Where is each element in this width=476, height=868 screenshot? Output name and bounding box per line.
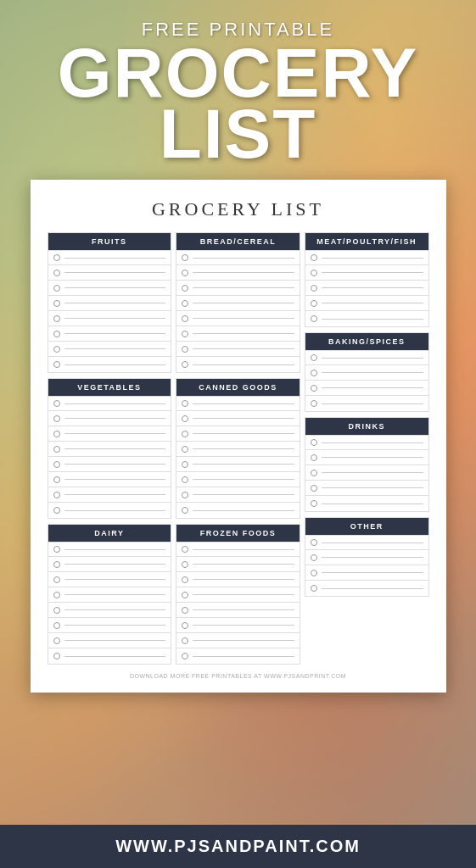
checkbox-icon xyxy=(311,485,317,492)
checkbox-icon xyxy=(53,476,60,483)
line xyxy=(193,564,294,565)
checkbox-icon xyxy=(53,592,60,598)
list-item xyxy=(305,281,428,296)
list-item xyxy=(48,442,171,457)
col-1: FRUITS VEGETABLES xyxy=(48,232,172,665)
list-item xyxy=(176,503,300,518)
line xyxy=(322,572,423,573)
list-item xyxy=(48,472,171,487)
line xyxy=(193,494,294,495)
list-item xyxy=(176,281,300,296)
card-title: GROCERY LIST xyxy=(48,198,429,220)
col-2: BREAD/CEREAL CANNED GOODS xyxy=(176,232,300,665)
checkbox-icon xyxy=(182,254,188,261)
checkbox-icon xyxy=(182,270,188,276)
line xyxy=(322,487,423,488)
col-3: MEAT/POULTRY/FISH BAKING/SPICES xyxy=(305,232,429,665)
list-item xyxy=(176,557,300,572)
checkbox-icon xyxy=(53,254,60,261)
checkbox-icon xyxy=(182,285,188,292)
list-item xyxy=(48,503,171,518)
list-item xyxy=(48,603,171,618)
checkbox-icon xyxy=(311,300,317,307)
line xyxy=(322,472,423,473)
line xyxy=(193,609,294,610)
line xyxy=(322,287,423,288)
list-item xyxy=(48,542,171,557)
dairy-rows xyxy=(48,542,171,664)
checkbox-icon xyxy=(182,507,188,514)
line xyxy=(193,403,294,404)
checkbox-icon xyxy=(311,539,317,546)
list-item xyxy=(176,442,300,457)
checkbox-icon xyxy=(53,461,60,468)
frozen-foods-section: FROZEN FOODS xyxy=(176,524,300,665)
list-item xyxy=(176,648,300,664)
line xyxy=(193,464,294,465)
list-item xyxy=(176,326,300,342)
checkbox-icon xyxy=(182,446,188,453)
list-item xyxy=(305,381,428,396)
checkbox-icon xyxy=(182,637,188,644)
checkbox-icon xyxy=(53,507,60,514)
baking-section: BAKING/SPICES xyxy=(305,332,429,412)
bottom-bar: WWW.PJSANDPAINT.COM xyxy=(0,825,476,868)
checkbox-icon xyxy=(182,331,188,337)
line xyxy=(64,303,166,303)
line xyxy=(322,542,423,543)
checkbox-icon xyxy=(182,576,188,583)
line xyxy=(64,549,166,550)
list-item xyxy=(305,535,428,550)
line xyxy=(64,464,166,465)
checkbox-icon xyxy=(53,415,60,422)
line xyxy=(322,403,423,404)
list-item xyxy=(176,342,300,357)
line xyxy=(64,640,166,641)
card-footer: DOWNLOAD MORE FREE PRINTABLES AT WWW.PJS… xyxy=(48,673,429,679)
list-item xyxy=(48,633,171,648)
checkbox-icon xyxy=(53,400,60,407)
checkbox-icon xyxy=(182,461,188,468)
line xyxy=(64,564,166,565)
grocery-grid: FRUITS VEGETABLES xyxy=(48,232,429,665)
checkbox-icon xyxy=(311,454,317,461)
line xyxy=(64,272,166,273)
checkbox-icon xyxy=(311,500,317,507)
fruits-rows xyxy=(48,250,171,372)
checkbox-icon xyxy=(311,354,317,361)
line xyxy=(322,272,423,273)
line xyxy=(64,656,166,657)
list-item xyxy=(305,581,428,596)
drinks-header: DRINKS xyxy=(305,418,428,435)
vegetables-header: VEGETABLES xyxy=(48,379,171,396)
checkbox-icon xyxy=(53,361,60,368)
dairy-section: DAIRY xyxy=(48,524,172,665)
checkbox-icon xyxy=(311,285,317,292)
line xyxy=(64,510,166,511)
list-item xyxy=(48,311,171,326)
line xyxy=(193,479,294,480)
line xyxy=(193,549,294,550)
line xyxy=(64,333,166,334)
line xyxy=(193,579,294,580)
list-item xyxy=(305,496,428,511)
checkbox-icon xyxy=(53,346,60,353)
header-section: FREE PRINTABLE GROCERY LIST xyxy=(0,0,476,180)
line xyxy=(322,303,423,303)
checkbox-icon xyxy=(182,431,188,437)
meat-rows xyxy=(305,250,428,326)
vegetables-section: VEGETABLES xyxy=(48,378,172,519)
checkbox-icon xyxy=(311,585,317,592)
list-item xyxy=(176,618,300,633)
line xyxy=(64,579,166,580)
line xyxy=(64,625,166,626)
other-rows xyxy=(305,535,428,596)
checkbox-icon xyxy=(182,492,188,498)
checkbox-icon xyxy=(182,476,188,483)
list-item xyxy=(305,265,428,281)
checkbox-icon xyxy=(182,315,188,322)
line xyxy=(193,640,294,641)
line xyxy=(193,303,294,303)
line xyxy=(64,418,166,419)
list-item xyxy=(48,572,171,587)
